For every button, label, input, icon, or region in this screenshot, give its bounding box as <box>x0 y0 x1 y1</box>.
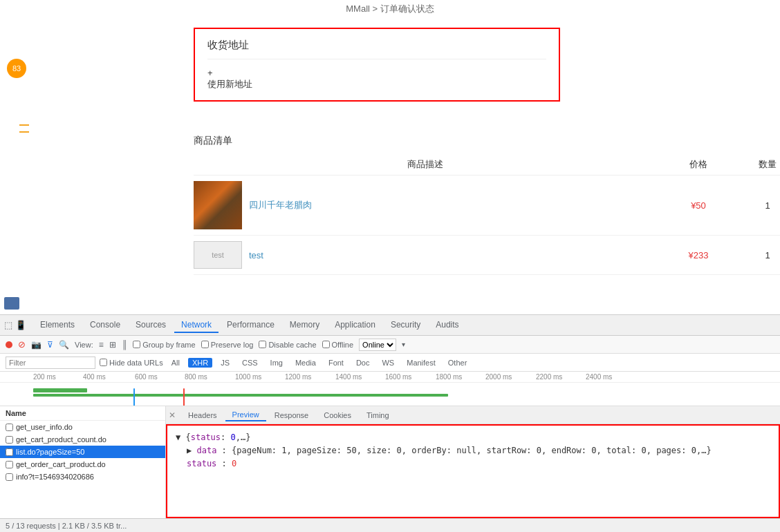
address-add[interactable]: + 使用新地址 <box>207 68 546 91</box>
tab-preview[interactable]: Preview <box>225 409 266 421</box>
view-label: View: <box>75 341 93 349</box>
tab-timing[interactable]: Timing <box>360 410 396 421</box>
stop-icon[interactable]: ⊘ <box>18 339 26 350</box>
filter-css[interactable]: CSS <box>238 358 262 368</box>
tab-console[interactable]: Console <box>83 318 127 333</box>
filter-bar: All Hide data URLs All XHR JS CSS Img Me… <box>0 354 780 372</box>
preserve-log-text: Preserve log <box>211 341 254 349</box>
tab-network[interactable]: Network <box>174 318 219 333</box>
camera-icon[interactable]: 📷 <box>31 340 41 350</box>
filter-icon[interactable]: ⊽ <box>47 340 53 350</box>
tab-audits[interactable]: Audits <box>429 318 465 333</box>
collapse-icon-2[interactable]: ▶ <box>187 446 192 455</box>
goods-section: 商品清单 商品描述 价格 数量 四川千年老腊肉 ¥50 1 test test <box>194 135 780 275</box>
tab-application[interactable]: Application <box>328 318 382 333</box>
filter-media[interactable]: Media <box>291 358 320 368</box>
hide-data-urls-static: Hide data URLs <box>109 359 163 367</box>
list-item[interactable]: list.do?pageSize=50 <box>0 446 165 458</box>
tab-security[interactable]: Security <box>384 318 427 333</box>
request-checkbox-2[interactable] <box>6 436 13 444</box>
request-checkbox-1[interactable] <box>6 424 13 431</box>
tab-cookies[interactable]: Cookies <box>317 410 358 421</box>
inspect-icon[interactable]: ⬚ <box>4 320 12 330</box>
product-image-2: test <box>194 241 242 269</box>
search-icon[interactable]: 🔍 <box>59 340 69 350</box>
list-item[interactable]: get_user_info.do <box>0 421 165 433</box>
devtools-icons: ⬚ 📱 <box>4 320 26 330</box>
tab-headers[interactable]: Headers <box>181 410 224 421</box>
request-name-4: get_order_cart_product.do <box>16 460 106 468</box>
product-price-1: ¥50 <box>657 200 740 211</box>
collapse-icon-1[interactable]: ▼ <box>176 433 180 442</box>
throttling-select[interactable]: Online <box>359 339 396 351</box>
tick-1200: 1200 ms <box>285 373 311 381</box>
hide-data-urls-checkbox[interactable] <box>100 359 107 366</box>
tree-view-icon[interactable]: ⊞ <box>109 340 116 350</box>
tab-performance[interactable]: Performance <box>220 318 281 333</box>
request-name-3: list.do?pageSize=50 <box>16 448 84 456</box>
filter-img[interactable]: Img <box>266 358 287 368</box>
request-name-2: get_cart_product_count.do <box>16 435 106 444</box>
product-qty-2: 1 <box>740 250 780 260</box>
group-by-frame-label[interactable]: Group by frame <box>133 341 195 349</box>
json-colon-1: : {pageNum: 1, pageSize: 50, size: 0, or… <box>222 446 712 455</box>
product-desc-2: test test <box>194 241 657 269</box>
disable-cache-label[interactable]: Disable cache <box>259 341 316 349</box>
list-item[interactable]: info?t=1546934020686 <box>0 471 165 483</box>
requests-panel: Name get_user_info.do get_cart_product_c… <box>0 406 166 518</box>
detail-tabbar: ✕ Headers Preview Response Cookies Timin… <box>166 406 780 424</box>
filter-all[interactable]: All <box>167 358 184 368</box>
filter-doc[interactable]: Doc <box>352 358 374 368</box>
tick-2000: 2000 ms <box>485 373 512 381</box>
offline-label[interactable]: Offline <box>322 341 354 349</box>
product-price-2: ¥233 <box>657 250 740 260</box>
sidebar-lines <box>19 124 29 138</box>
json-line-3: status : 0 <box>176 457 770 471</box>
list-item[interactable]: get_cart_product_count.do <box>0 433 165 446</box>
filter-font[interactable]: Font <box>324 358 348 368</box>
device-icon[interactable]: 📱 <box>15 320 26 330</box>
timeline-bar: 200 ms 400 ms 600 ms 800 ms 1000 ms 1200… <box>0 372 780 406</box>
breadcrumb: MMall > 订单确认状态 <box>0 0 780 18</box>
request-checkbox-4[interactable] <box>6 461 13 468</box>
preserve-log-checkbox[interactable] <box>201 341 209 348</box>
tab-memory[interactable]: Memory <box>283 318 326 333</box>
tab-elements[interactable]: Elements <box>33 318 82 333</box>
tick-200: 200 ms <box>33 373 56 381</box>
filter-manifest[interactable]: Manifest <box>402 358 440 368</box>
waterfall-icon[interactable]: ║ <box>122 340 128 350</box>
throttling-arrow[interactable]: ▾ <box>402 341 405 348</box>
json-colon-2: : <box>222 459 232 468</box>
offline-checkbox[interactable] <box>322 341 330 348</box>
list-view-icon[interactable]: ≡ <box>99 340 104 350</box>
filter-js[interactable]: JS <box>216 358 234 368</box>
filter-other[interactable]: Other <box>444 358 472 368</box>
product-name-2[interactable]: test <box>249 250 263 260</box>
hide-data-urls-label[interactable]: All Hide data URLs <box>100 359 163 367</box>
product-name-1[interactable]: 四川千年老腊肉 <box>249 199 312 211</box>
filter-xhr[interactable]: XHR <box>188 358 212 368</box>
timeline-waterfall <box>0 383 780 406</box>
request-checkbox-3[interactable] <box>6 448 13 456</box>
add-icon: + <box>207 68 213 78</box>
product-image-1 <box>194 181 242 229</box>
detail-content: ▼ ▼ {status: 0,…} {status: 0,…} ▶ data :… <box>166 424 780 518</box>
blue-square-icon <box>4 297 19 310</box>
tab-response[interactable]: Response <box>268 410 316 421</box>
filter-ws[interactable]: WS <box>378 358 398 368</box>
timeline-ruler: 200 ms 400 ms 600 ms 800 ms 1000 ms 1200… <box>0 372 780 383</box>
tab-sources[interactable]: Sources <box>129 318 173 333</box>
record-icon[interactable] <box>6 341 12 348</box>
disable-cache-checkbox[interactable] <box>259 341 266 348</box>
close-btn[interactable]: ✕ <box>169 410 176 420</box>
request-checkbox-5[interactable] <box>6 473 13 481</box>
group-by-frame-checkbox[interactable] <box>133 341 140 348</box>
waterfall-vertical <box>133 388 135 406</box>
status-text: 5 / 13 requests | 2.1 KB / 3.5 KB tr... <box>6 522 127 530</box>
filter-input[interactable] <box>6 357 95 369</box>
group-by-frame-text: Group by frame <box>142 341 195 349</box>
list-item[interactable]: get_order_cart_product.do <box>0 458 165 471</box>
goods-table-header: 商品描述 价格 数量 <box>194 154 780 175</box>
network-toolbar: ⊘ 📷 ⊽ 🔍 View: ≡ ⊞ ║ Group by frame Prese… <box>0 336 780 354</box>
preserve-log-label[interactable]: Preserve log <box>201 341 254 349</box>
